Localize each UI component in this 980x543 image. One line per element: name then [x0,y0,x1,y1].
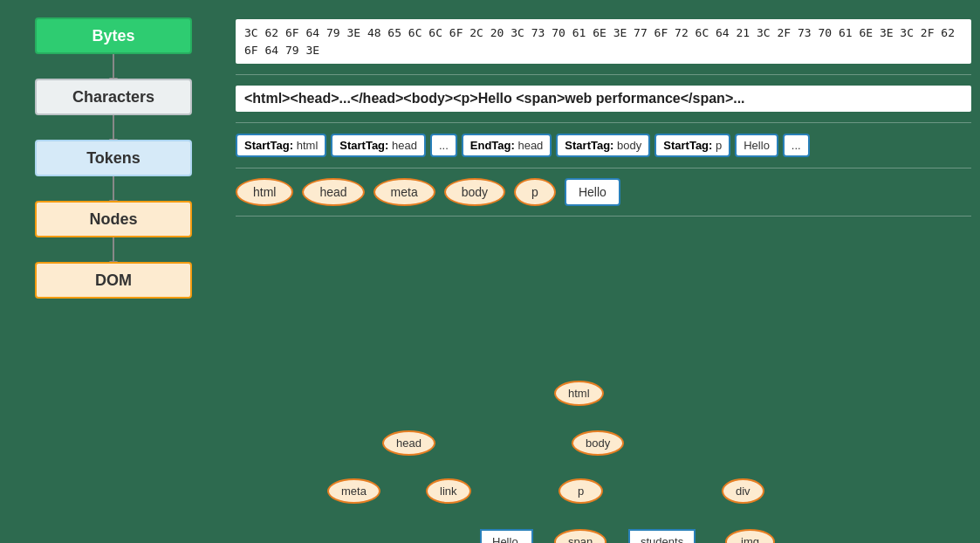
bytes-value: 3C 62 6F 64 79 3E 48 65 6C 6C 6F 2C 20 3… [244,26,955,57]
dom-node-p: p [559,478,603,504]
arrow-tokens-nodes [113,176,114,201]
token-startTag-body: StartTag: body [556,134,650,157]
token-endTag-head: EndTag: head [462,134,552,157]
step-dom: DOM [35,262,192,299]
arrow-bytes-chars [113,54,114,79]
arrow-nodes-dom [113,237,114,262]
characters-text: <html><head>...</head><body><p>Hello <sp… [236,86,971,112]
step-bytes: Bytes [35,17,192,54]
nodes-content: html head meta body p Hello [236,178,620,206]
step-characters: Characters [35,79,192,115]
dom-node-hello-comma: Hello, [480,529,533,544]
token-hello: Hello [735,134,778,157]
node-hello-text: Hello [565,178,620,206]
dom-node-link: link [426,478,471,504]
step-bytes-label: Bytes [92,27,134,45]
dom-node-students: students [628,529,696,544]
tokens-row: StartTag: html StartTag: head ... EndTag… [236,123,971,168]
bytes-text: 3C 62 6F 64 79 3E 48 65 6C 6C 6F 2C 20 3… [236,19,971,64]
dom-node-body: body [572,430,624,456]
main-container: Bytes Characters Tokens Nodes DOM 3C 62 … [0,0,980,543]
content-column: 3C 62 6F 64 79 3E 48 65 6C 6C 6F 2C 20 3… [218,9,971,534]
token-ellipsis-2: ... [783,134,810,157]
tokens-content: StartTag: html StartTag: head ... EndTag… [236,134,810,157]
token-ellipsis-1: ... [430,134,457,157]
dom-row: html head body meta link p div Hello, sp… [236,217,971,534]
arrow-chars-tokens [113,115,114,140]
node-p: p [514,178,556,206]
dom-node-img: img [725,529,775,544]
token-startTag-head: StartTag: head [331,134,426,157]
dom-node-meta: meta [327,478,380,504]
characters-row: <html><head>...</head><body><p>Hello <sp… [236,75,971,123]
dom-tree-svg [236,374,971,378]
node-body: body [444,178,505,206]
steps-column: Bytes Characters Tokens Nodes DOM [9,9,218,534]
step-nodes: Nodes [35,201,192,237]
step-dom-label: DOM [95,272,132,290]
token-startTag-html: StartTag: html [236,134,326,157]
dom-node-html: html [554,381,604,406]
characters-value: <html><head>...</head><body><p>Hello <sp… [244,91,745,106]
bytes-row: 3C 62 6F 64 79 3E 48 65 6C 6C 6F 2C 20 3… [236,9,971,75]
dom-section: html head body meta link p div Hello, sp… [236,374,971,378]
node-head: head [302,178,364,206]
dom-node-head: head [382,430,435,456]
step-characters-label: Characters [72,88,154,107]
step-nodes-label: Nodes [89,210,137,229]
dom-node-div: div [722,478,764,504]
node-html: html [236,178,293,206]
token-startTag-p: StartTag: p [654,134,730,157]
step-tokens-label: Tokens [86,149,140,168]
node-meta: meta [373,178,435,206]
dom-node-span: span [554,529,607,544]
nodes-row: html head meta body p Hello [236,168,971,217]
step-tokens: Tokens [35,140,192,176]
